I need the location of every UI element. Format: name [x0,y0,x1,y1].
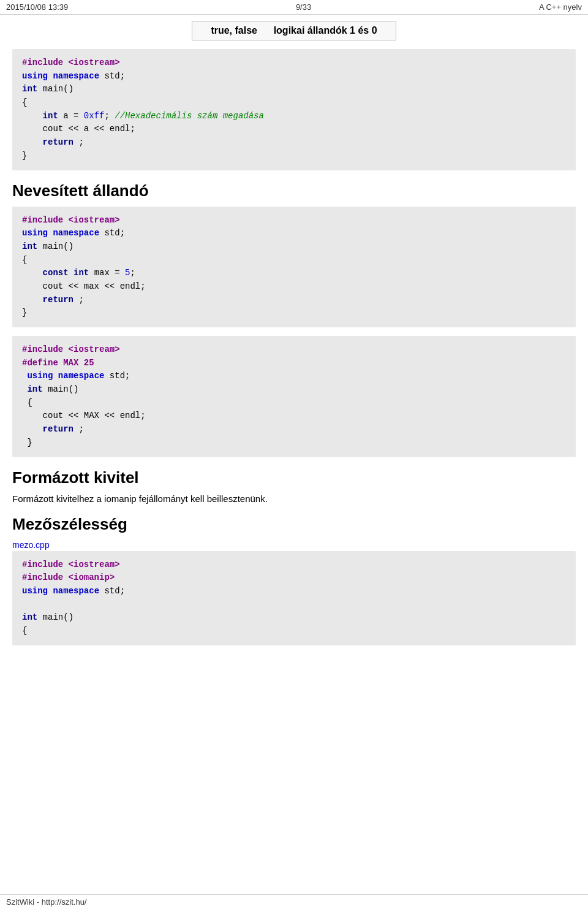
section-heading-3: Mezőszélesség [12,515,576,534]
intro-banner: true, false logikai állandók 1 és 0 [12,21,576,40]
page-footer: SzitWiki - http://szit.hu/ [0,894,588,909]
intro-banner-box: true, false logikai állandók 1 és 0 [192,21,396,40]
header-page: 9/33 [296,2,311,12]
header-date: 2015/10/08 13:39 [6,2,68,12]
section-heading-2: Formázott kivitel [12,468,576,487]
footer-text: SzitWiki - http://szit.hu/ [6,897,86,907]
code-block-4: #include <iostream> #include <iomanip> u… [12,551,576,645]
code-block-2: #include <iostream> using namespace std;… [12,207,576,328]
file-label: mezo.cpp [12,540,576,550]
intro-label: true, false [211,25,257,36]
main-content: true, false logikai állandók 1 és 0 #inc… [0,15,588,679]
code-block-1: #include <iostream> using namespace std;… [12,49,576,170]
intro-title: logikai állandók 1 és 0 [274,25,377,36]
section-heading-1: Nevesített állandó [12,181,576,200]
header-title: A C++ nyelv [539,2,582,12]
page-header: 2015/10/08 13:39 9/33 A C++ nyelv [0,0,588,15]
code-block-3: #include <iostream> #define MAX 25 using… [12,336,576,457]
para-formatted: Formázott kivitelhez a iomanip fejállomá… [12,493,576,504]
